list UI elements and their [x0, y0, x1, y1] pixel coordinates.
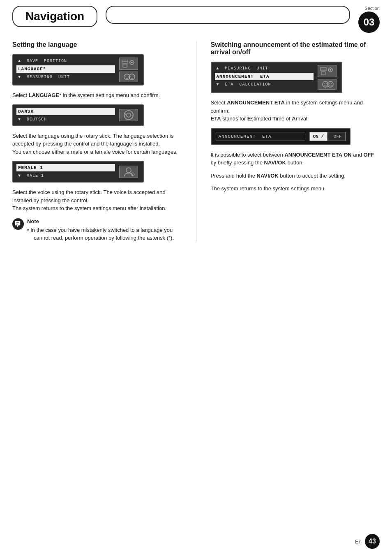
footer-page: 43 [365, 534, 380, 549]
right-column: Switching announcement of the estimated … [211, 41, 380, 242]
eta-toggle-screen: ANNOUNCEMENT ETA ON / OFF [211, 128, 350, 145]
page-title: Navigation [25, 10, 84, 23]
toggle-off: OFF [327, 132, 345, 141]
icon-nav-stick-2 [318, 65, 337, 77]
svg-rect-2 [123, 64, 127, 67]
header: Navigation Section 03 [0, 0, 392, 33]
screen-female: FEMALE 1 ▼ MALE 1 ! [12, 161, 144, 183]
screen-eta-menu: ▲ MEASURING UNIT ANNOUNCEMENT ETA ▼ ETA … [211, 62, 342, 93]
svg-point-26 [324, 83, 325, 84]
menu-items: ▲ SAVE POSITION LANGUAGE* ▼ MEASURING UN… [16, 58, 115, 82]
para-rotary-select: Select the language using the rotary sti… [12, 132, 182, 156]
svg-point-15 [126, 168, 131, 173]
note-content: Note In the case you have mistakenly swi… [27, 218, 182, 242]
menu-item-deutsch: ▼ DEUTSCH [16, 116, 115, 123]
note-section: Note In the case you have mistakenly swi… [12, 218, 182, 242]
para-announce-desc: It is possible to select between ANNOUNC… [211, 151, 380, 167]
eta-toggle-control: ON / OFF [309, 132, 346, 141]
toggle-on: ON / [310, 132, 327, 141]
svg-point-4 [131, 62, 133, 63]
eta-toggle-label: ANNOUNCEMENT ETA [216, 132, 305, 141]
svg-point-7 [128, 76, 129, 76]
menu-item-male1: ▼ MALE 1 [16, 172, 115, 179]
menu-items-eta: ▲ MEASURING UNIT ANNOUNCEMENT ETA ▼ ETA … [215, 65, 314, 90]
para-language-select: Select LANGUAGE* in the system settings … [12, 91, 182, 99]
menu-item-announcement-eta: ANNOUNCEMENT ETA [215, 73, 314, 80]
left-column: Setting the language ▲ SAVE POSITION LAN… [12, 41, 182, 242]
note-icon [12, 218, 24, 230]
right-section-title: Switching announcement of the estimated … [211, 41, 380, 56]
note-label: Note [27, 218, 182, 224]
menu-item-language: LANGUAGE* [16, 65, 115, 73]
screen-icon-nav [118, 58, 140, 82]
column-divider [196, 41, 196, 242]
footer-lang: En [355, 539, 362, 545]
menu-item-eta-calculation: ▼ ETA CALCULATION [215, 81, 314, 88]
menu-item-save: ▲ SAVE POSITION [16, 58, 115, 65]
para-eta-select: Select ANNOUNCEMENT ETA in the system se… [211, 99, 380, 123]
menu-item-female1: FEMALE 1 [16, 164, 115, 171]
icon-face-2 [318, 79, 337, 90]
svg-point-10 [133, 76, 134, 76]
menu-items-voice: FEMALE 1 ▼ MALE 1 [16, 164, 115, 179]
section-number: 03 [358, 12, 380, 33]
para-voice-select: Select the voice using the rotary stick.… [12, 188, 182, 213]
svg-point-6 [125, 76, 126, 76]
svg-point-9 [130, 76, 131, 76]
menu-items-lang: DANSK ▼ DEUTSCH [16, 108, 115, 123]
screen-dansk: DANSK ▼ DEUTSCH ? → [12, 104, 144, 126]
icon-voice: ! [119, 166, 138, 178]
header-center [97, 6, 358, 24]
icon-nav-stick-1 [119, 58, 138, 70]
header-center-line [106, 6, 350, 24]
screen-icon-eta [316, 65, 338, 90]
note-text: In the case you have mistakenly switched… [27, 226, 182, 242]
svg-point-29 [329, 83, 330, 84]
screen-language-menu: ▲ SAVE POSITION LANGUAGE* ▼ MEASURING UN… [12, 54, 144, 86]
footer: En 43 [355, 534, 380, 549]
section-label: Section [364, 6, 380, 11]
menu-item-measuring: ▼ MEASURING UNIT [16, 74, 115, 81]
svg-point-30 [331, 83, 332, 84]
menu-item-measuring-unit: ▲ MEASURING UNIT [215, 65, 314, 72]
screen-icon-rotary: ? → [118, 108, 140, 123]
icon-rotary: ? → [119, 109, 138, 121]
title-box: Navigation [12, 6, 97, 27]
svg-text:→: → [130, 113, 134, 118]
left-section-title: Setting the language [12, 41, 182, 49]
svg-text:!: ! [131, 173, 132, 176]
menu-item-dansk: DANSK [16, 108, 115, 115]
screen-icon-voice: ! [118, 164, 140, 179]
header-left: Navigation [12, 6, 97, 27]
svg-rect-22 [321, 72, 325, 75]
svg-text:?: ? [124, 113, 126, 118]
para-accept: Press and hold the NAVI/OK button to acc… [211, 172, 380, 180]
icon-face-1 [119, 72, 138, 82]
section-badge: Section 03 [358, 6, 380, 33]
para-return: The system returns to the system setting… [211, 185, 380, 193]
content-area: Setting the language ▲ SAVE POSITION LAN… [0, 33, 392, 250]
svg-point-24 [330, 69, 331, 71]
svg-point-27 [326, 83, 327, 84]
